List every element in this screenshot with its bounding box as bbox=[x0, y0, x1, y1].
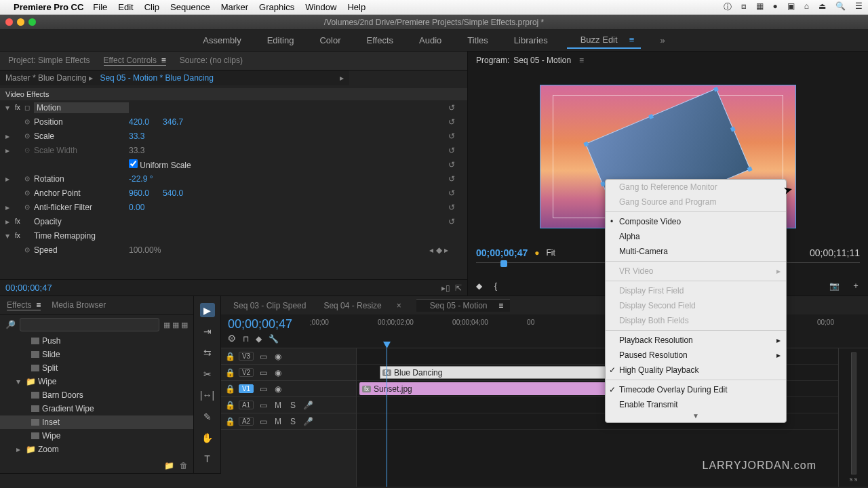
reset-icon[interactable]: ↺ bbox=[448, 146, 455, 155]
tab-media-browser[interactable]: Media Browser bbox=[52, 300, 106, 310]
eye-icon[interactable]: ◉ bbox=[273, 384, 283, 394]
antiflicker-v[interactable]: 0.00 bbox=[129, 203, 144, 212]
eject-icon[interactable]: ⏏ bbox=[818, 1, 826, 13]
program-menu-icon[interactable]: ≡ bbox=[579, 56, 584, 65]
track-a1-header[interactable]: 🔒 A1 ▭ M S 🎤 bbox=[221, 397, 356, 413]
prop-uniform-scale[interactable]: Uniform Scale ↺ bbox=[0, 157, 467, 171]
track-v3-header[interactable]: 🔒 V3 ▭ ◉ bbox=[221, 348, 356, 365]
seq-tab-04[interactable]: Seq 04 - Resize bbox=[317, 300, 388, 312]
menu-edit[interactable]: Edit bbox=[118, 2, 133, 12]
mark-out-icon[interactable]: { bbox=[494, 281, 497, 291]
zoom-fit-dropdown[interactable]: Fit bbox=[547, 248, 555, 258]
seq-tab-03[interactable]: Seq 03 - Clip Speed bbox=[226, 300, 313, 312]
menu-playback-resolution[interactable]: Playback Resolution bbox=[606, 333, 786, 348]
ec-goto-icon[interactable]: ▸ bbox=[340, 73, 344, 83]
ws-color[interactable]: Color bbox=[313, 33, 347, 48]
lock-icon[interactable]: 🔒 bbox=[225, 401, 235, 410]
ec-sequence-label[interactable]: Seq 05 - Motion * Blue Dancing bbox=[100, 73, 213, 83]
type-tool[interactable]: T bbox=[200, 452, 215, 466]
menu-help[interactable]: Help bbox=[347, 2, 366, 12]
lock-icon[interactable]: 🔒 bbox=[225, 352, 235, 361]
position-x[interactable]: 420.0 bbox=[129, 117, 149, 127]
menu-high-quality[interactable]: High Quality Playback bbox=[606, 363, 786, 378]
ws-audio[interactable]: Audio bbox=[412, 33, 448, 48]
timeline-timecode[interactable]: 00;00;00;47 bbox=[228, 317, 292, 331]
ws-effects[interactable]: Effects bbox=[360, 33, 401, 48]
menu-composite-video[interactable]: Composite Video bbox=[606, 214, 786, 229]
mute-icon[interactable]: M bbox=[273, 417, 283, 426]
reset-icon[interactable]: ↺ bbox=[448, 160, 455, 169]
reset-icon[interactable]: ↺ bbox=[448, 203, 455, 212]
ec-footer-icons[interactable]: ▸▯ ⇱ bbox=[441, 283, 462, 293]
fx-gradient-wipe[interactable]: Gradient Wipe bbox=[0, 402, 193, 415]
fx-barn-doors[interactable]: Barn Doors bbox=[0, 388, 193, 402]
reset-icon[interactable]: ↺ bbox=[448, 103, 455, 113]
lock-icon[interactable]: 🔒 bbox=[225, 368, 235, 378]
dot-icon[interactable]: ● bbox=[773, 1, 778, 13]
handle-t[interactable] bbox=[648, 114, 654, 119]
dropbox-icon[interactable]: ⧈ bbox=[741, 1, 747, 13]
ws-assembly[interactable]: Assembly bbox=[196, 33, 248, 48]
fx-split[interactable]: Split bbox=[0, 361, 193, 375]
record-icon[interactable]: ▣ bbox=[787, 1, 795, 13]
airplay-icon[interactable]: ⌂ bbox=[804, 1, 809, 13]
program-sequence-name[interactable]: Seq 05 - Motion bbox=[513, 56, 571, 65]
menu-clip[interactable]: Clip bbox=[144, 2, 159, 12]
zoom-button[interactable] bbox=[28, 18, 36, 26]
minimize-button[interactable] bbox=[17, 18, 24, 26]
tab-source[interactable]: Source: (no clips) bbox=[180, 56, 243, 66]
mic-icon[interactable]: 🎤 bbox=[302, 401, 313, 410]
link-icon[interactable]: ⊓ bbox=[243, 334, 249, 344]
track-a2-header[interactable]: 🔒 A2 ▭ M S 🎤 bbox=[221, 413, 356, 430]
fx-inset[interactable]: Inset bbox=[0, 415, 193, 429]
menu-enable-transmit[interactable]: Enable Transmit bbox=[606, 397, 786, 412]
list-icon[interactable]: ☰ bbox=[855, 1, 863, 13]
menu-multicamera[interactable]: Multi-Camera bbox=[606, 244, 786, 259]
solo-icon[interactable]: S bbox=[288, 401, 298, 410]
toggle-output-icon[interactable]: ▭ bbox=[258, 368, 269, 378]
track-v1-tag[interactable]: V1 bbox=[239, 384, 254, 393]
ws-titles[interactable]: Titles bbox=[460, 33, 495, 48]
ws-overflow-icon[interactable]: » bbox=[653, 33, 671, 48]
close-tab-icon[interactable]: × bbox=[390, 300, 408, 312]
add-button-icon[interactable]: ＋ bbox=[852, 280, 860, 291]
track-v2-header[interactable]: 🔒 V2 ▭ ◉ bbox=[221, 365, 356, 381]
toggle-output-icon[interactable]: ▭ bbox=[258, 401, 269, 410]
folder-wipe[interactable]: ▾📁Wipe bbox=[0, 375, 193, 388]
pen-tool[interactable]: ✎ bbox=[200, 409, 215, 424]
ws-active[interactable]: Buzz Edit ≡ bbox=[567, 32, 642, 49]
ec-master-label[interactable]: Master * Blue Dancing bbox=[5, 73, 86, 83]
reset-icon[interactable]: ↺ bbox=[448, 188, 455, 198]
marker-dot-icon[interactable]: ● bbox=[534, 248, 539, 258]
prop-speed[interactable]: ⊙ Speed 100.00% ◂ ◆ ▸ bbox=[0, 243, 467, 257]
snap-icon[interactable]: ⭙ bbox=[228, 334, 236, 344]
prop-rotation[interactable]: ▸⊙ Rotation -22.9 ° ↺ bbox=[0, 171, 467, 186]
program-timecode-right[interactable]: 00;00;11;11 bbox=[810, 247, 860, 258]
app-name[interactable]: Premiere Pro CC bbox=[14, 2, 83, 12]
mark-in-icon[interactable]: ◆ bbox=[476, 281, 482, 291]
ec-current-timecode[interactable]: 00;00;00;47 bbox=[5, 283, 52, 293]
menu-alpha[interactable]: Alpha bbox=[606, 229, 786, 244]
prop-anchor[interactable]: ⊙ Anchor Point 960.0540.0 ↺ bbox=[0, 186, 467, 200]
lock-icon[interactable]: 🔒 bbox=[225, 417, 235, 426]
hand-tool[interactable]: ✋ bbox=[200, 430, 215, 445]
anchor-x[interactable]: 960.0 bbox=[129, 188, 149, 198]
track-v2-tag[interactable]: V2 bbox=[239, 368, 254, 377]
ripple-tool[interactable]: ⇆ bbox=[200, 346, 215, 360]
info-icon[interactable]: ⓘ bbox=[724, 1, 732, 13]
solo-icon[interactable]: S bbox=[288, 417, 298, 426]
tab-project[interactable]: Project: Simple Effects bbox=[8, 56, 90, 66]
reset-icon[interactable]: ↺ bbox=[448, 174, 455, 184]
track-a2-tag[interactable]: A2 bbox=[239, 417, 254, 426]
selection-tool[interactable]: ▶ bbox=[200, 303, 215, 317]
seq-tab-05[interactable]: Seq 05 - Motion ≡ bbox=[416, 299, 510, 312]
fx-timeremap-row[interactable]: ▾fx Time Remapping bbox=[0, 228, 467, 243]
position-y[interactable]: 346.7 bbox=[163, 117, 183, 127]
menu-scroll-indicator[interactable]: ▼ bbox=[606, 412, 786, 422]
menu-graphics[interactable]: Graphics bbox=[259, 2, 294, 12]
fx-wipe[interactable]: Wipe bbox=[0, 429, 193, 443]
toggle-output-icon[interactable]: ▭ bbox=[258, 417, 269, 426]
toggle-output-icon[interactable]: ▭ bbox=[258, 384, 269, 394]
snapshot-icon[interactable]: 📷 bbox=[829, 281, 840, 291]
uniform-scale-checkbox[interactable] bbox=[129, 159, 138, 168]
